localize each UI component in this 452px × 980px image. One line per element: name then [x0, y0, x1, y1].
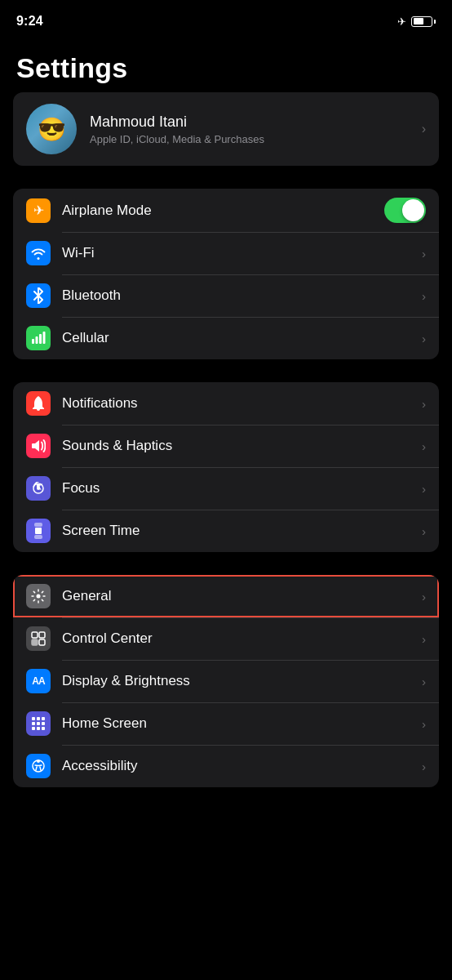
- bluetooth-icon: [26, 283, 51, 308]
- svg-rect-19: [32, 727, 35, 730]
- sounds-row[interactable]: Sounds & Haptics ›: [13, 425, 439, 467]
- accessibility-chevron: ›: [422, 760, 426, 773]
- cellular-chevron: ›: [422, 332, 426, 345]
- page-title-area: Settings: [0, 36, 452, 92]
- general-chevron: ›: [422, 590, 426, 604]
- svg-point-8: [37, 595, 41, 599]
- sounds-label: Sounds & Haptics: [62, 438, 422, 454]
- svg-rect-0: [32, 339, 34, 344]
- cellular-label: Cellular: [62, 330, 422, 346]
- profile-text: Mahmoud Itani Apple ID, iCloud, Media & …: [90, 114, 264, 145]
- airplane-mode-toggle[interactable]: [384, 198, 426, 223]
- airplane-mode-icon: ✈: [26, 198, 51, 223]
- status-time: 9:24: [16, 14, 43, 29]
- accessibility-icon: [26, 754, 51, 778]
- connectivity-section: ✈ Airplane Mode Wi-Fi › Bluetooth ›: [13, 189, 439, 359]
- focus-icon: [26, 476, 51, 501]
- screen-time-label: Screen Time: [62, 523, 422, 539]
- screen-time-icon: [26, 519, 51, 543]
- svg-rect-9: [32, 632, 38, 638]
- profile-chevron: ›: [422, 122, 426, 136]
- wifi-row[interactable]: Wi-Fi ›: [13, 232, 439, 274]
- sounds-icon: [26, 434, 51, 458]
- notifications-section: Notifications › Sounds & Haptics ›: [13, 382, 439, 552]
- display-brightness-label: Display & Brightness: [62, 673, 422, 689]
- svg-rect-21: [42, 727, 45, 730]
- home-screen-chevron: ›: [422, 717, 426, 731]
- bluetooth-row[interactable]: Bluetooth ›: [13, 274, 439, 317]
- battery-indicator: [411, 16, 436, 27]
- bluetooth-label: Bluetooth: [62, 287, 422, 304]
- svg-rect-14: [37, 717, 40, 720]
- screen-time-chevron: ›: [422, 524, 426, 538]
- bluetooth-chevron: ›: [422, 289, 426, 303]
- home-screen-icon: [26, 711, 51, 736]
- home-screen-label: Home Screen: [62, 715, 422, 732]
- page-title: Settings: [16, 52, 436, 84]
- notifications-label: Notifications: [62, 395, 422, 412]
- cellular-icon: [26, 326, 51, 350]
- svg-rect-6: [34, 535, 42, 539]
- avatar: 😎: [26, 104, 77, 154]
- airplane-mode-row[interactable]: ✈ Airplane Mode: [13, 189, 439, 232]
- screen-time-row[interactable]: Screen Time ›: [13, 510, 439, 552]
- display-brightness-chevron: ›: [422, 675, 426, 688]
- svg-rect-3: [43, 332, 46, 344]
- focus-chevron: ›: [422, 482, 426, 496]
- status-bar: 9:24 ✈: [0, 0, 452, 36]
- control-center-row[interactable]: Control Center ›: [13, 617, 439, 660]
- cellular-row[interactable]: Cellular ›: [13, 317, 439, 359]
- general-label: General: [62, 588, 422, 604]
- wifi-chevron: ›: [422, 247, 426, 261]
- svg-rect-2: [39, 334, 42, 344]
- wifi-icon: [26, 241, 51, 265]
- accessibility-label: Accessibility: [62, 758, 422, 774]
- general-section: General › Control Center › AA Display & …: [13, 575, 439, 787]
- control-center-label: Control Center: [62, 630, 422, 647]
- svg-rect-5: [34, 523, 42, 527]
- profile-subtitle: Apple ID, iCloud, Media & Purchases: [90, 133, 264, 145]
- svg-rect-7: [35, 528, 42, 534]
- location-icon: ✈: [397, 16, 406, 28]
- control-center-icon: [26, 626, 51, 651]
- general-icon: [26, 584, 51, 608]
- home-screen-row[interactable]: Home Screen ›: [13, 702, 439, 745]
- wifi-label: Wi-Fi: [62, 245, 422, 261]
- svg-rect-20: [37, 727, 40, 730]
- svg-rect-10: [39, 632, 45, 638]
- status-icons: ✈: [397, 16, 436, 28]
- notifications-chevron: ›: [422, 397, 426, 411]
- svg-rect-16: [32, 722, 35, 725]
- control-center-chevron: ›: [422, 632, 426, 646]
- svg-rect-18: [42, 722, 45, 725]
- display-brightness-row[interactable]: AA Display & Brightness ›: [13, 660, 439, 702]
- general-row[interactable]: General ›: [13, 575, 439, 617]
- svg-rect-17: [37, 722, 40, 725]
- focus-row[interactable]: Focus ›: [13, 467, 439, 510]
- sounds-chevron: ›: [422, 439, 426, 453]
- svg-rect-13: [32, 717, 35, 720]
- notifications-row[interactable]: Notifications ›: [13, 382, 439, 425]
- svg-rect-11: [32, 639, 38, 645]
- display-brightness-icon: AA: [26, 669, 51, 693]
- profile-row[interactable]: 😎 Mahmoud Itani Apple ID, iCloud, Media …: [13, 92, 439, 166]
- svg-rect-1: [36, 336, 38, 344]
- svg-rect-15: [42, 717, 45, 720]
- accessibility-row[interactable]: Accessibility ›: [13, 745, 439, 787]
- notifications-icon: [26, 391, 51, 416]
- focus-label: Focus: [62, 480, 422, 497]
- profile-name: Mahmoud Itani: [90, 114, 264, 131]
- airplane-mode-label: Airplane Mode: [62, 203, 384, 219]
- profile-section: 😎 Mahmoud Itani Apple ID, iCloud, Media …: [13, 92, 439, 166]
- svg-rect-12: [39, 639, 45, 645]
